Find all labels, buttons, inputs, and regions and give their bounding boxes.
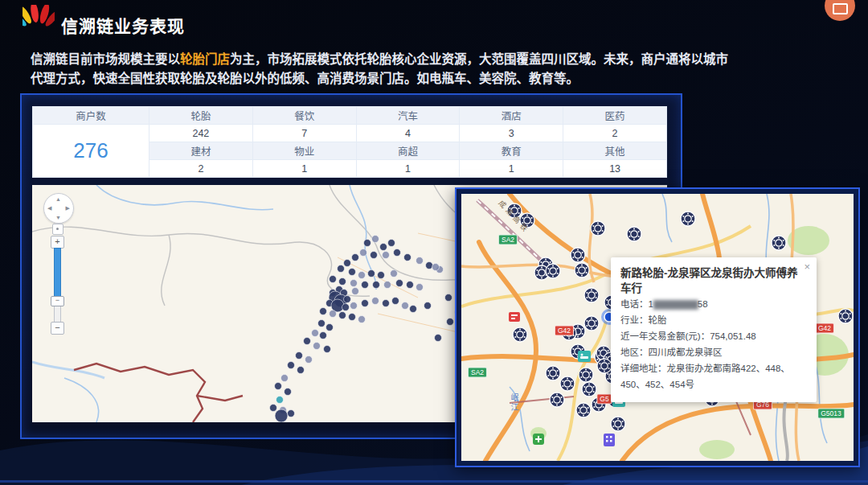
merchant-dot[interactable] xyxy=(330,276,337,283)
tire-store-icon[interactable] xyxy=(550,393,564,407)
tire-store-icon[interactable] xyxy=(560,376,575,391)
tire-store-icon[interactable] xyxy=(591,221,605,236)
detail-map[interactable]: 成渝高铁 岷江 SA2SA2G42G42G5G76G5013 × 新路轮胎-龙泉… xyxy=(461,194,854,461)
merchant-dot[interactable] xyxy=(285,388,292,396)
map-zoom-out-button[interactable]: − xyxy=(51,322,64,335)
merchant-dot[interactable] xyxy=(396,280,403,287)
merchant-dot[interactable] xyxy=(358,316,366,323)
merchant-dot[interactable] xyxy=(372,236,379,243)
merchant-dot[interactable] xyxy=(297,367,305,374)
merchant-dot[interactable] xyxy=(373,282,380,289)
merchant-dot[interactable] xyxy=(407,282,414,289)
merchant-dot[interactable] xyxy=(394,249,401,257)
merchant-dot[interactable] xyxy=(362,300,369,307)
tire-store-icon[interactable] xyxy=(513,327,527,342)
merchant-dot[interactable] xyxy=(360,249,367,257)
merchant-dot[interactable] xyxy=(435,335,442,342)
map-zoom-in-button[interactable]: + xyxy=(51,236,64,249)
tire-store-icon[interactable] xyxy=(772,236,786,250)
tire-store-icon[interactable] xyxy=(611,417,625,431)
merchant-dot[interactable] xyxy=(368,270,375,277)
merchant-dot[interactable] xyxy=(344,260,351,267)
pan-up-icon[interactable]: ▲ xyxy=(55,196,61,202)
merchant-dot[interactable] xyxy=(352,254,359,261)
merchant-dot[interactable] xyxy=(288,410,295,417)
merchant-dot[interactable] xyxy=(312,330,319,337)
merchant-dot[interactable] xyxy=(432,264,440,271)
merchant-dot[interactable] xyxy=(358,272,366,279)
merchant-dot[interactable] xyxy=(339,312,346,319)
merchant-dot[interactable] xyxy=(371,252,378,259)
merchant-dot[interactable] xyxy=(320,308,327,315)
merchant-dot[interactable] xyxy=(362,282,369,289)
tire-store-icon[interactable] xyxy=(582,382,596,397)
merchant-dot[interactable] xyxy=(410,306,417,313)
tire-store-icon[interactable] xyxy=(546,264,560,278)
merchant-dot[interactable] xyxy=(392,298,399,305)
tire-store-icon[interactable] xyxy=(579,368,593,382)
merchant-dot[interactable] xyxy=(350,302,358,310)
merchant-dot[interactable] xyxy=(350,280,358,287)
merchant-dot[interactable] xyxy=(288,362,295,369)
merchant-dot[interactable] xyxy=(339,278,346,286)
merchant-dot[interactable] xyxy=(349,269,356,276)
map-pan-control[interactable]: ▲ ▼ ◀ ▶ xyxy=(43,193,74,224)
pan-right-icon[interactable]: ▶ xyxy=(66,205,70,211)
merchant-dot[interactable] xyxy=(342,304,350,311)
merchant-dot[interactable] xyxy=(372,298,379,305)
merchant-dot[interactable] xyxy=(281,375,289,382)
tire-store-icon[interactable] xyxy=(576,403,591,417)
map-zoom-handle[interactable]: − xyxy=(51,296,64,306)
merchant-dot[interactable] xyxy=(384,282,391,289)
merchant-dot[interactable] xyxy=(424,302,432,310)
merchant-dot[interactable] xyxy=(313,343,321,350)
merchant-dot[interactable] xyxy=(296,352,303,360)
tire-store-icon[interactable] xyxy=(575,263,589,277)
tire-store-icon[interactable] xyxy=(584,316,599,331)
merchant-dot[interactable] xyxy=(445,294,452,302)
merchant-dot[interactable] xyxy=(324,346,331,353)
merchant-dot[interactable] xyxy=(275,383,282,390)
tire-store-icon[interactable] xyxy=(597,359,612,373)
merchant-dot[interactable] xyxy=(344,296,351,303)
merchant-dot[interactable] xyxy=(426,262,433,269)
col-header: 其他 xyxy=(563,142,667,160)
merchant-dot[interactable] xyxy=(402,302,409,310)
merchant-dot[interactable] xyxy=(352,288,359,295)
merchant-dot[interactable] xyxy=(380,244,387,251)
corner-badge-icon[interactable] xyxy=(825,0,855,21)
merchant-dot[interactable] xyxy=(326,324,334,331)
popup-close-icon[interactable]: × xyxy=(804,261,810,273)
merchant-dot[interactable] xyxy=(349,314,356,321)
merchant-dot[interactable] xyxy=(391,270,398,277)
merchant-dot[interactable] xyxy=(447,319,454,326)
merchant-dot[interactable] xyxy=(318,320,326,327)
merchant-dot[interactable] xyxy=(276,397,284,404)
map-zoom-reset-button[interactable] xyxy=(52,224,63,235)
merchant-dot[interactable] xyxy=(383,300,390,307)
merchant-dot[interactable] xyxy=(304,338,311,345)
merchant-dot[interactable] xyxy=(305,356,313,364)
merchant-dot[interactable] xyxy=(383,252,390,259)
pan-down-icon[interactable]: ▼ xyxy=(55,215,61,220)
pan-left-icon[interactable]: ◀ xyxy=(47,205,51,211)
tire-store-icon[interactable] xyxy=(546,366,560,380)
merchant-dot[interactable] xyxy=(338,265,345,273)
merchant-dot[interactable] xyxy=(388,240,395,247)
tire-store-icon[interactable] xyxy=(584,288,599,302)
merchant-dot[interactable] xyxy=(416,257,424,265)
map-zoom-track[interactable] xyxy=(54,248,61,301)
merchant-dot[interactable] xyxy=(364,240,371,247)
merchant-dot[interactable] xyxy=(378,272,385,279)
tire-store-icon[interactable] xyxy=(627,227,641,241)
merchant-dot[interactable] xyxy=(416,284,424,291)
tire-store-icon[interactable] xyxy=(571,248,585,262)
merchant-dot[interactable] xyxy=(404,254,411,261)
tire-store-icon[interactable] xyxy=(838,309,853,323)
tire-store-icon[interactable] xyxy=(681,212,695,226)
merchant-dot[interactable] xyxy=(275,409,288,422)
merchant-dot[interactable] xyxy=(320,332,327,339)
merchant-dot[interactable] xyxy=(270,405,277,412)
col-header: 医药 xyxy=(563,107,667,125)
merchant-dot[interactable] xyxy=(330,310,337,318)
